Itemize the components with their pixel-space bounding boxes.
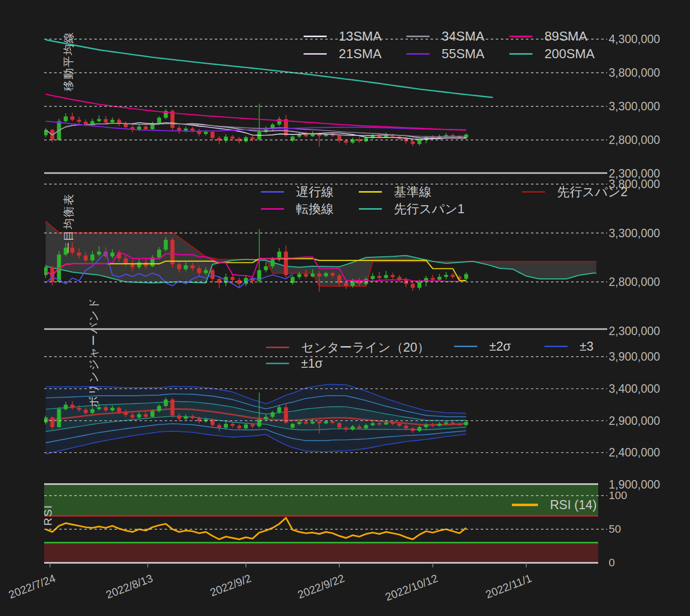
legend-label: センターライン（20） — [301, 339, 430, 356]
legend-label: 21SMA — [339, 46, 381, 62]
y-axis-tick-label: 3,300,000 — [609, 226, 660, 240]
legend-item-±3[interactable]: ±3 — [544, 339, 594, 354]
legend-swatch — [509, 36, 532, 37]
y-axis-tick-label: 3,400,000 — [609, 382, 660, 395]
panel-axis-title-rsi: RSI — [42, 504, 55, 526]
legend-swatch — [359, 191, 382, 193]
legend-label: ±2σ — [489, 339, 511, 354]
legend-swatch — [512, 504, 538, 506]
legend-swatch — [266, 363, 289, 364]
legend-swatch — [454, 346, 477, 347]
legend-label: ±3 — [580, 339, 594, 354]
legend-item-34SMA[interactable]: 34SMA — [406, 29, 484, 44]
y-axis-tick-label: 0 — [609, 556, 615, 569]
y-axis-tick-label: 2,900,000 — [609, 414, 660, 427]
y-axis-tick-label: 2,800,000 — [609, 133, 660, 147]
y-axis-tick-label: 3,800,000 — [609, 66, 660, 80]
legend-label: RSI (14) — [550, 498, 597, 512]
legend-label: 13SMA — [339, 29, 381, 44]
y-axis-tick-label: 100 — [609, 489, 627, 502]
y-axis-tick-label: 3,300,000 — [609, 100, 660, 113]
chart-stage: 移動平均線一目均衡表ボリンジャーバンドRSI 4,300,0003,800,00… — [0, 0, 690, 616]
legend-label: 遅行線 — [296, 184, 334, 200]
y-axis-tick-label: 2,800,000 — [609, 275, 660, 289]
legend-swatch — [266, 347, 289, 348]
legend-label: 転換線 — [296, 201, 334, 217]
legend-swatch — [406, 36, 430, 37]
panel-axis-title-sma: 移動平均線 — [61, 31, 76, 91]
legend-item-55SMA[interactable]: 55SMA — [406, 46, 484, 62]
y-axis-tick-label: 2,400,000 — [609, 446, 660, 459]
y-axis-tick-label: 4,300,000 — [609, 33, 660, 46]
legend-label: 89SMA — [544, 29, 587, 44]
legend-item-89SMA[interactable]: 89SMA — [509, 29, 587, 44]
legend-label: 先行スパン2 — [557, 184, 628, 200]
legend-item-13SMA[interactable]: 13SMA — [304, 29, 381, 44]
legend-swatch — [359, 208, 382, 210]
legend-swatch — [304, 36, 327, 37]
legend-swatch — [406, 53, 430, 55]
legend-label: 200SMA — [544, 46, 595, 62]
legend-item-RSI-(14)[interactable]: RSI (14) — [512, 498, 597, 512]
legend-item-基準線[interactable]: 基準線 — [359, 184, 432, 200]
legend-item-200SMA[interactable]: 200SMA — [509, 46, 595, 62]
legend-label: ±1σ — [301, 356, 323, 371]
legend-swatch — [261, 208, 284, 210]
panel-axis-title-ichimoku: 一目均衡表 — [61, 193, 76, 253]
legend-item-センターライン（20）[interactable]: センターライン（20） — [266, 339, 430, 356]
legend-item-転換線[interactable]: 転換線 — [261, 201, 334, 217]
panel-axis-title-bollinger: ボリンジャーバンド — [86, 297, 101, 407]
legend-item-先行スパン2[interactable]: 先行スパン2 — [522, 184, 628, 200]
legend-label: 基準線 — [394, 184, 432, 200]
chart-canvas[interactable] — [0, 0, 690, 616]
legend-item-±2σ[interactable]: ±2σ — [454, 339, 511, 354]
legend-item-21SMA[interactable]: 21SMA — [304, 46, 381, 62]
y-axis-tick-label: 3,900,000 — [609, 350, 660, 364]
legend-swatch — [544, 346, 568, 347]
legend-label: 34SMA — [442, 29, 484, 44]
legend-item-±1σ[interactable]: ±1σ — [266, 356, 323, 371]
y-axis-tick-label: 50 — [609, 523, 621, 536]
legend-label: 55SMA — [442, 46, 484, 62]
legend-swatch — [261, 191, 284, 193]
legend-swatch — [304, 53, 327, 55]
legend-label: 先行スパン1 — [394, 201, 465, 217]
legend-swatch — [509, 53, 532, 55]
legend-item-先行スパン1[interactable]: 先行スパン1 — [359, 201, 465, 217]
legend-item-遅行線[interactable]: 遅行線 — [261, 184, 334, 200]
legend-swatch — [522, 191, 545, 193]
y-axis-tick-label: 2,300,000 — [609, 324, 660, 338]
